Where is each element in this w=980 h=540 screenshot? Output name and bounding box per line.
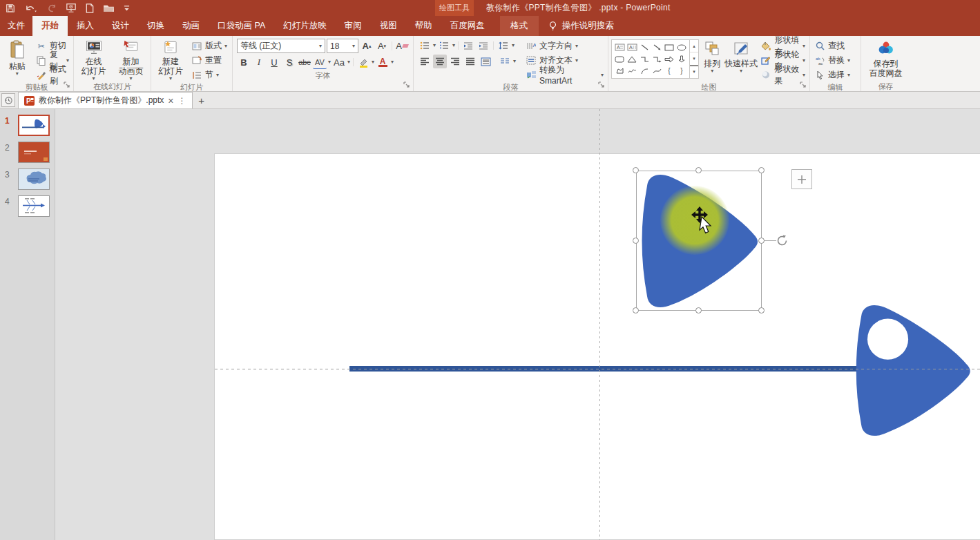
resize-handle-sw[interactable] bbox=[633, 307, 639, 314]
save-icon[interactable] bbox=[4, 0, 17, 16]
replace-button[interactable]: abac 替换 ▾ bbox=[811, 53, 853, 68]
paragraph-dialog-launcher-icon[interactable] bbox=[598, 81, 606, 90]
font-size-dropdown-icon[interactable]: ▾ bbox=[352, 44, 355, 49]
arrow-icon[interactable] bbox=[651, 41, 663, 53]
tab-design[interactable]: 设计 bbox=[103, 16, 138, 36]
font-color-button[interactable]: A bbox=[376, 55, 390, 69]
select-dropdown-icon[interactable]: ▾ bbox=[847, 73, 850, 78]
character-spacing-button[interactable]: AV bbox=[313, 55, 327, 69]
online-slide-button[interactable]: 在线 幻灯片 ▾ bbox=[76, 37, 112, 81]
shapes-scroll-down-icon[interactable]: ▾ bbox=[690, 52, 698, 64]
section-button[interactable]: 节 ▾ bbox=[189, 68, 230, 82]
slide-thumbnail-item[interactable]: 2 bbox=[0, 142, 55, 168]
history-icon[interactable] bbox=[1, 93, 15, 107]
reset-button[interactable]: 重置 bbox=[189, 53, 230, 68]
text-direction-button[interactable]: A 文字方向 ▾ bbox=[523, 39, 606, 53]
elbow-arrow-connector-icon[interactable] bbox=[651, 53, 663, 65]
shape-effects-button[interactable]: 形状效果 ▾ bbox=[758, 68, 808, 82]
undo-icon[interactable] bbox=[23, 0, 39, 16]
start-from-beginning-icon[interactable] bbox=[64, 0, 78, 16]
format-painter-button[interactable]: 格式刷 bbox=[33, 68, 72, 82]
shape-fill-dropdown-icon[interactable]: ▾ bbox=[803, 44, 805, 49]
new-animation-page-button[interactable]: 新加 动画页 ▾ bbox=[113, 37, 149, 81]
tab-transitions[interactable]: 切换 bbox=[138, 16, 173, 36]
slide-1-thumbnail[interactable] bbox=[18, 115, 50, 136]
slide-3-thumbnail[interactable] bbox=[18, 168, 50, 190]
resize-handle-ne[interactable] bbox=[758, 167, 765, 173]
quick-styles-button[interactable]: 快速样式 ▾ bbox=[724, 37, 758, 81]
copy-dropdown-icon[interactable]: ▾ bbox=[66, 58, 69, 64]
align-text-dropdown-icon[interactable]: ▾ bbox=[575, 58, 578, 64]
right-brace-icon[interactable]: } bbox=[675, 65, 688, 77]
paste-dropdown-icon[interactable]: ▾ bbox=[16, 71, 19, 77]
paste-button[interactable]: 粘贴 ▾ bbox=[1, 37, 33, 81]
drawing-dialog-launcher-icon[interactable] bbox=[800, 81, 808, 90]
resize-handle-w[interactable] bbox=[633, 238, 639, 244]
tab-baidu-netdisk[interactable]: 百度网盘 bbox=[441, 16, 494, 36]
underline-button[interactable]: U bbox=[267, 55, 281, 69]
highlight-dropdown-icon[interactable]: ▾ bbox=[372, 59, 374, 65]
numbering-dropdown-icon[interactable]: ▾ bbox=[452, 43, 455, 48]
document-tab-active[interactable]: P 教你制作《PPT制作鱼骨图》.pptx × ⋮ bbox=[18, 92, 193, 108]
slide-thumbnail-item[interactable]: 4 bbox=[0, 195, 55, 222]
select-button[interactable]: 选择 ▾ bbox=[811, 68, 853, 82]
slide-4-thumbnail[interactable] bbox=[18, 195, 50, 217]
highlight-color-button[interactable] bbox=[356, 55, 370, 69]
clear-formatting-button[interactable]: A bbox=[395, 39, 409, 53]
bullets-button[interactable] bbox=[418, 39, 432, 52]
shape-effects-dropdown-icon[interactable]: ▾ bbox=[803, 73, 805, 78]
character-spacing-dropdown-icon[interactable]: ▾ bbox=[328, 59, 331, 65]
tab-slideshow[interactable]: 幻灯片放映 bbox=[274, 16, 336, 36]
shape-outline-dropdown-icon[interactable]: ▾ bbox=[803, 58, 805, 64]
vertical-guide-line[interactable] bbox=[599, 109, 600, 540]
save-to-baidu-netdisk-button[interactable]: 保存到 百度网盘 bbox=[865, 37, 907, 81]
align-left-button[interactable] bbox=[418, 55, 432, 68]
rotation-handle-icon[interactable] bbox=[776, 234, 789, 247]
fish-head-shape[interactable] bbox=[849, 301, 976, 439]
tab-more-icon[interactable]: ⋮ bbox=[178, 96, 186, 106]
right-arrow-icon[interactable] bbox=[663, 53, 675, 65]
align-right-button[interactable] bbox=[448, 55, 462, 68]
bullets-dropdown-icon[interactable]: ▾ bbox=[433, 43, 436, 48]
text-direction-dropdown-icon[interactable]: ▾ bbox=[575, 44, 578, 49]
distribute-text-button[interactable] bbox=[479, 55, 492, 68]
curve-icon[interactable] bbox=[651, 65, 663, 77]
new-document-tab-button[interactable]: + bbox=[193, 92, 211, 108]
slide-canvas[interactable] bbox=[214, 153, 980, 540]
open-folder-icon[interactable] bbox=[102, 0, 116, 16]
line-spacing-dropdown-icon[interactable]: ▾ bbox=[512, 43, 515, 48]
tab-help[interactable]: 帮助 bbox=[406, 16, 441, 36]
tab-review[interactable]: 审阅 bbox=[336, 16, 371, 36]
clipboard-dialog-launcher-icon[interactable] bbox=[64, 81, 72, 90]
slide-2-thumbnail[interactable] bbox=[18, 142, 50, 163]
slide-thumbnail-item[interactable]: 3 bbox=[0, 168, 55, 195]
shapes-scroll-up-icon[interactable]: ▴ bbox=[690, 40, 698, 52]
font-size-combobox[interactable]: 18 ▾ bbox=[327, 39, 358, 53]
rectangle-icon[interactable] bbox=[663, 41, 675, 53]
smartart-dropdown-icon[interactable]: ▾ bbox=[601, 73, 604, 78]
numbering-button[interactable] bbox=[437, 39, 451, 52]
new-slide-dropdown-icon[interactable]: ▾ bbox=[169, 76, 172, 81]
online-slide-dropdown-icon[interactable]: ▾ bbox=[92, 76, 95, 81]
font-dialog-launcher-icon[interactable] bbox=[403, 81, 412, 90]
slide-thumbnail-item[interactable]: 1 bbox=[0, 115, 55, 141]
close-tab-icon[interactable]: × bbox=[168, 95, 173, 106]
increase-font-size-button[interactable]: A▴ bbox=[360, 39, 374, 53]
layout-button[interactable]: 版式 ▾ bbox=[189, 39, 230, 53]
rounded-rectangle-icon[interactable] bbox=[613, 53, 626, 65]
freeform-icon[interactable] bbox=[613, 65, 626, 77]
italic-button[interactable]: I bbox=[252, 55, 266, 69]
tab-animations[interactable]: 动画 bbox=[173, 16, 209, 36]
add-shape-plus-button[interactable] bbox=[791, 169, 812, 189]
tab-file[interactable]: 文件 bbox=[0, 16, 32, 36]
font-color-dropdown-icon[interactable]: ▾ bbox=[391, 59, 394, 65]
resize-handle-s[interactable] bbox=[695, 307, 702, 314]
decrease-indent-button[interactable] bbox=[461, 39, 475, 52]
bold-button[interactable]: B bbox=[237, 55, 251, 69]
resize-handle-se[interactable] bbox=[758, 307, 765, 314]
section-dropdown-icon[interactable]: ▾ bbox=[216, 73, 219, 78]
elbow-connector-icon[interactable] bbox=[638, 53, 651, 65]
down-arrow-icon[interactable] bbox=[675, 53, 688, 65]
columns-dropdown-icon[interactable]: ▾ bbox=[513, 59, 516, 64]
scribble-icon[interactable] bbox=[626, 65, 638, 77]
